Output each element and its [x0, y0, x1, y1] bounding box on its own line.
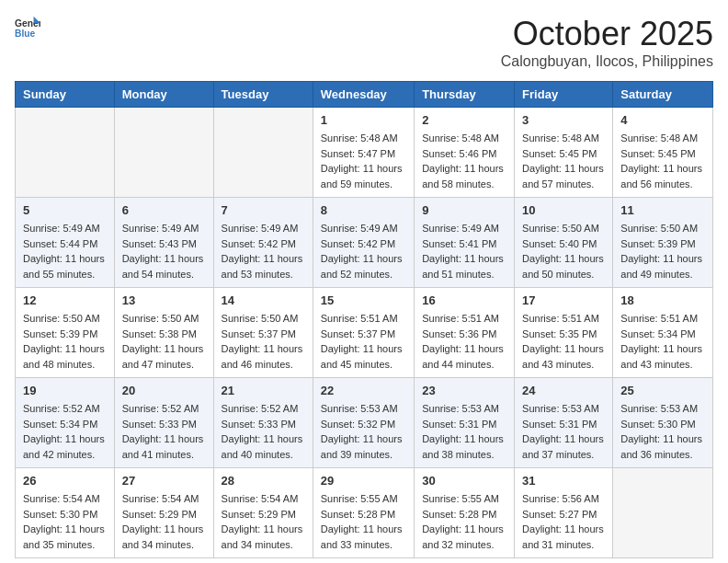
day-number: 26 [23, 474, 107, 488]
calendar-cell [16, 108, 115, 198]
calendar-cell: 18Sunrise: 5:51 AMSunset: 5:34 PMDayligh… [613, 288, 713, 378]
month-title: October 2025 [501, 15, 713, 53]
day-number: 23 [422, 384, 506, 397]
column-header-monday: Monday [114, 82, 213, 108]
calendar-cell: 19Sunrise: 5:52 AMSunset: 5:34 PMDayligh… [16, 378, 115, 468]
calendar-cell: 27Sunrise: 5:54 AMSunset: 5:29 PMDayligh… [114, 468, 213, 558]
calendar-cell [613, 468, 713, 558]
calendar-cell: 14Sunrise: 5:50 AMSunset: 5:37 PMDayligh… [213, 288, 313, 378]
calendar-cell: 30Sunrise: 5:55 AMSunset: 5:28 PMDayligh… [415, 468, 515, 558]
day-number: 14 [222, 293, 305, 307]
day-number: 3 [522, 113, 605, 127]
calendar-cell: 24Sunrise: 5:53 AMSunset: 5:31 PMDayligh… [515, 378, 613, 468]
day-number: 8 [321, 203, 406, 217]
day-info: Sunrise: 5:49 AMSunset: 5:42 PMDaylight:… [321, 221, 406, 282]
calendar-cell: 22Sunrise: 5:53 AMSunset: 5:32 PMDayligh… [313, 378, 414, 468]
day-number: 7 [222, 203, 305, 217]
day-info: Sunrise: 5:54 AMSunset: 5:30 PMDaylight:… [23, 491, 107, 552]
calendar-cell: 31Sunrise: 5:56 AMSunset: 5:27 PMDayligh… [515, 468, 613, 558]
day-info: Sunrise: 5:51 AMSunset: 5:34 PMDaylight:… [620, 311, 705, 372]
day-info: Sunrise: 5:51 AMSunset: 5:37 PMDaylight:… [321, 311, 406, 372]
column-header-wednesday: Wednesday [313, 82, 414, 108]
day-number: 16 [422, 293, 506, 307]
calendar-cell [213, 108, 313, 198]
day-info: Sunrise: 5:48 AMSunset: 5:45 PMDaylight:… [522, 131, 605, 191]
svg-text:Blue: Blue [15, 29, 36, 39]
day-info: Sunrise: 5:55 AMSunset: 5:28 PMDaylight:… [422, 491, 506, 552]
day-number: 13 [122, 293, 206, 307]
calendar-cell [114, 108, 213, 198]
day-number: 6 [122, 203, 206, 217]
day-number: 31 [522, 474, 605, 488]
day-info: Sunrise: 5:53 AMSunset: 5:31 PMDaylight:… [522, 401, 605, 462]
day-number: 2 [422, 113, 506, 127]
day-info: Sunrise: 5:53 AMSunset: 5:32 PMDaylight:… [321, 401, 406, 462]
day-info: Sunrise: 5:48 AMSunset: 5:45 PMDaylight:… [620, 131, 705, 191]
calendar-cell: 11Sunrise: 5:50 AMSunset: 5:39 PMDayligh… [613, 198, 713, 288]
day-number: 28 [222, 474, 305, 488]
day-number: 11 [620, 203, 705, 217]
calendar-cell: 29Sunrise: 5:55 AMSunset: 5:28 PMDayligh… [313, 468, 414, 558]
column-header-tuesday: Tuesday [213, 82, 313, 108]
calendar-cell: 16Sunrise: 5:51 AMSunset: 5:36 PMDayligh… [415, 288, 515, 378]
calendar-cell: 21Sunrise: 5:52 AMSunset: 5:33 PMDayligh… [213, 378, 313, 468]
day-info: Sunrise: 5:50 AMSunset: 5:39 PMDaylight:… [620, 221, 705, 282]
calendar-cell: 25Sunrise: 5:53 AMSunset: 5:30 PMDayligh… [613, 378, 713, 468]
day-number: 5 [23, 203, 107, 217]
calendar-cell: 6Sunrise: 5:49 AMSunset: 5:43 PMDaylight… [114, 198, 213, 288]
day-info: Sunrise: 5:52 AMSunset: 5:33 PMDaylight:… [122, 401, 206, 462]
location-subtitle: Calongbuyan, Ilocos, Philippines [501, 53, 713, 70]
calendar-cell: 26Sunrise: 5:54 AMSunset: 5:30 PMDayligh… [16, 468, 115, 558]
calendar-cell: 4Sunrise: 5:48 AMSunset: 5:45 PMDaylight… [613, 108, 713, 198]
column-header-saturday: Saturday [613, 82, 713, 108]
day-number: 10 [522, 203, 605, 217]
day-info: Sunrise: 5:49 AMSunset: 5:41 PMDaylight:… [422, 221, 506, 282]
day-number: 20 [122, 384, 206, 397]
day-number: 18 [620, 293, 705, 307]
calendar-week-row: 5Sunrise: 5:49 AMSunset: 5:44 PMDaylight… [16, 198, 713, 288]
calendar-cell: 15Sunrise: 5:51 AMSunset: 5:37 PMDayligh… [313, 288, 414, 378]
day-info: Sunrise: 5:53 AMSunset: 5:31 PMDaylight:… [422, 401, 506, 462]
calendar-week-row: 1Sunrise: 5:48 AMSunset: 5:47 PMDaylight… [16, 108, 713, 198]
column-header-sunday: Sunday [16, 82, 115, 108]
day-number: 9 [422, 203, 506, 217]
page-header: General Blue October 2025 Calongbuyan, I… [15, 15, 713, 70]
day-info: Sunrise: 5:52 AMSunset: 5:33 PMDaylight:… [222, 401, 305, 462]
calendar-table: SundayMondayTuesdayWednesdayThursdayFrid… [15, 81, 713, 558]
calendar-cell: 13Sunrise: 5:50 AMSunset: 5:38 PMDayligh… [114, 288, 213, 378]
calendar-week-row: 12Sunrise: 5:50 AMSunset: 5:39 PMDayligh… [16, 288, 713, 378]
calendar-header-row: SundayMondayTuesdayWednesdayThursdayFrid… [16, 82, 713, 108]
calendar-cell: 12Sunrise: 5:50 AMSunset: 5:39 PMDayligh… [16, 288, 115, 378]
day-info: Sunrise: 5:56 AMSunset: 5:27 PMDaylight:… [522, 491, 605, 552]
calendar-cell: 17Sunrise: 5:51 AMSunset: 5:35 PMDayligh… [515, 288, 613, 378]
calendar-cell: 5Sunrise: 5:49 AMSunset: 5:44 PMDaylight… [16, 198, 115, 288]
calendar-cell: 2Sunrise: 5:48 AMSunset: 5:46 PMDaylight… [415, 108, 515, 198]
day-number: 22 [321, 384, 406, 397]
day-info: Sunrise: 5:51 AMSunset: 5:36 PMDaylight:… [422, 311, 506, 372]
day-number: 25 [620, 384, 705, 397]
day-number: 27 [122, 474, 206, 488]
calendar-week-row: 19Sunrise: 5:52 AMSunset: 5:34 PMDayligh… [16, 378, 713, 468]
day-info: Sunrise: 5:54 AMSunset: 5:29 PMDaylight:… [122, 491, 206, 552]
calendar-cell: 9Sunrise: 5:49 AMSunset: 5:41 PMDaylight… [415, 198, 515, 288]
calendar-cell: 7Sunrise: 5:49 AMSunset: 5:42 PMDaylight… [213, 198, 313, 288]
day-number: 15 [321, 293, 406, 307]
day-number: 29 [321, 474, 406, 488]
day-info: Sunrise: 5:50 AMSunset: 5:37 PMDaylight:… [222, 311, 305, 372]
calendar-cell: 1Sunrise: 5:48 AMSunset: 5:47 PMDaylight… [313, 108, 414, 198]
day-number: 4 [620, 113, 705, 127]
calendar-cell: 28Sunrise: 5:54 AMSunset: 5:29 PMDayligh… [213, 468, 313, 558]
calendar-week-row: 26Sunrise: 5:54 AMSunset: 5:30 PMDayligh… [16, 468, 713, 558]
column-header-thursday: Thursday [415, 82, 515, 108]
day-info: Sunrise: 5:51 AMSunset: 5:35 PMDaylight:… [522, 311, 605, 372]
day-info: Sunrise: 5:49 AMSunset: 5:42 PMDaylight:… [222, 221, 305, 282]
day-number: 21 [222, 384, 305, 397]
logo-icon: General Blue [15, 15, 40, 40]
calendar-cell: 23Sunrise: 5:53 AMSunset: 5:31 PMDayligh… [415, 378, 515, 468]
calendar-cell: 8Sunrise: 5:49 AMSunset: 5:42 PMDaylight… [313, 198, 414, 288]
day-info: Sunrise: 5:49 AMSunset: 5:44 PMDaylight:… [23, 221, 107, 282]
day-number: 30 [422, 474, 506, 488]
day-info: Sunrise: 5:53 AMSunset: 5:30 PMDaylight:… [620, 401, 705, 462]
logo: General Blue [15, 15, 40, 40]
day-info: Sunrise: 5:55 AMSunset: 5:28 PMDaylight:… [321, 491, 406, 552]
